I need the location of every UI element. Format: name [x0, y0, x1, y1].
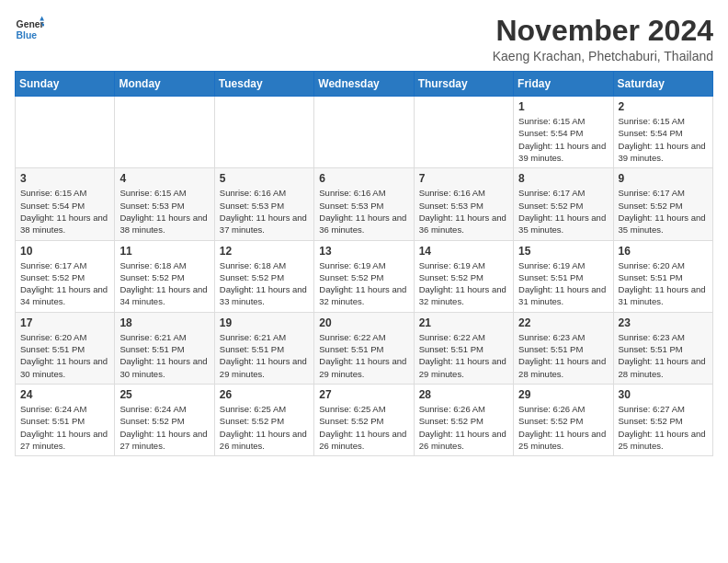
calendar-cell: 14Sunrise: 6:19 AM Sunset: 5:52 PM Dayli… [414, 240, 513, 312]
calendar-cell: 28Sunrise: 6:26 AM Sunset: 5:52 PM Dayli… [414, 384, 513, 455]
day-info: Sunrise: 6:17 AM Sunset: 5:52 PM Dayligh… [518, 187, 608, 236]
day-number: 27 [319, 388, 408, 401]
calendar-cell: 11Sunrise: 6:18 AM Sunset: 5:52 PM Dayli… [115, 240, 214, 312]
day-number: 13 [319, 245, 408, 258]
calendar-cell [16, 97, 115, 168]
day-info: Sunrise: 6:26 AM Sunset: 5:52 PM Dayligh… [419, 403, 508, 452]
day-info: Sunrise: 6:16 AM Sunset: 5:53 PM Dayligh… [220, 187, 309, 236]
day-number: 20 [319, 316, 408, 329]
calendar-cell: 19Sunrise: 6:21 AM Sunset: 5:51 PM Dayli… [214, 312, 313, 384]
calendar-cell: 3Sunrise: 6:15 AM Sunset: 5:54 PM Daylig… [16, 168, 115, 240]
day-number: 14 [419, 245, 508, 258]
calendar-cell [115, 97, 214, 168]
day-number: 25 [119, 388, 209, 401]
weekday-header: Friday [514, 72, 613, 97]
svg-marker-2 [40, 17, 44, 21]
page-title: November 2024 [493, 15, 713, 47]
calendar-cell: 22Sunrise: 6:23 AM Sunset: 5:51 PM Dayli… [514, 312, 613, 384]
day-info: Sunrise: 6:19 AM Sunset: 5:51 PM Dayligh… [518, 259, 608, 308]
calendar-cell: 8Sunrise: 6:17 AM Sunset: 5:52 PM Daylig… [514, 168, 613, 240]
calendar-cell: 23Sunrise: 6:23 AM Sunset: 5:51 PM Dayli… [613, 312, 712, 384]
day-info: Sunrise: 6:18 AM Sunset: 5:52 PM Dayligh… [220, 259, 309, 308]
day-info: Sunrise: 6:22 AM Sunset: 5:51 PM Dayligh… [419, 331, 508, 380]
page-header: General Blue November 2024 Kaeng Krachan… [15, 15, 713, 63]
calendar-cell: 12Sunrise: 6:18 AM Sunset: 5:52 PM Dayli… [214, 240, 313, 312]
day-number: 15 [518, 245, 608, 258]
svg-text:General: General [17, 19, 44, 29]
day-number: 9 [619, 172, 708, 185]
calendar-cell [314, 97, 414, 168]
calendar-header-row: SundayMondayTuesdayWednesdayThursdayFrid… [16, 72, 713, 97]
day-number: 30 [619, 388, 708, 401]
day-number: 7 [419, 172, 508, 185]
page-subtitle: Kaeng Krachan, Phetchaburi, Thailand [493, 49, 713, 63]
calendar-cell [414, 97, 513, 168]
calendar-cell: 6Sunrise: 6:16 AM Sunset: 5:53 PM Daylig… [314, 168, 414, 240]
calendar-cell: 16Sunrise: 6:20 AM Sunset: 5:51 PM Dayli… [613, 240, 712, 312]
day-info: Sunrise: 6:23 AM Sunset: 5:51 PM Dayligh… [619, 331, 708, 380]
day-info: Sunrise: 6:15 AM Sunset: 5:54 PM Dayligh… [20, 187, 109, 236]
day-number: 11 [119, 245, 209, 258]
calendar-cell: 1Sunrise: 6:15 AM Sunset: 5:54 PM Daylig… [514, 97, 613, 168]
weekday-header: Monday [115, 72, 214, 97]
day-info: Sunrise: 6:20 AM Sunset: 5:51 PM Dayligh… [20, 331, 109, 380]
day-info: Sunrise: 6:23 AM Sunset: 5:51 PM Dayligh… [518, 331, 608, 380]
calendar-table: SundayMondayTuesdayWednesdayThursdayFrid… [15, 71, 713, 456]
day-info: Sunrise: 6:21 AM Sunset: 5:51 PM Dayligh… [119, 331, 209, 380]
day-number: 24 [20, 388, 109, 401]
day-info: Sunrise: 6:19 AM Sunset: 5:52 PM Dayligh… [419, 259, 508, 308]
day-info: Sunrise: 6:20 AM Sunset: 5:51 PM Dayligh… [619, 259, 708, 308]
calendar-cell: 26Sunrise: 6:25 AM Sunset: 5:52 PM Dayli… [214, 384, 313, 455]
day-info: Sunrise: 6:17 AM Sunset: 5:52 PM Dayligh… [20, 259, 109, 308]
calendar-week-row: 24Sunrise: 6:24 AM Sunset: 5:51 PM Dayli… [16, 384, 713, 455]
calendar-cell: 21Sunrise: 6:22 AM Sunset: 5:51 PM Dayli… [414, 312, 513, 384]
day-number: 26 [220, 388, 309, 401]
calendar-cell: 25Sunrise: 6:24 AM Sunset: 5:52 PM Dayli… [115, 384, 214, 455]
calendar-cell: 7Sunrise: 6:16 AM Sunset: 5:53 PM Daylig… [414, 168, 513, 240]
day-number: 10 [20, 245, 109, 258]
day-info: Sunrise: 6:22 AM Sunset: 5:51 PM Dayligh… [319, 331, 408, 380]
day-info: Sunrise: 6:16 AM Sunset: 5:53 PM Dayligh… [319, 187, 408, 236]
weekday-header: Sunday [16, 72, 115, 97]
day-info: Sunrise: 6:15 AM Sunset: 5:53 PM Dayligh… [119, 187, 209, 236]
weekday-header: Saturday [613, 72, 712, 97]
calendar-cell: 18Sunrise: 6:21 AM Sunset: 5:51 PM Dayli… [115, 312, 214, 384]
calendar-cell: 15Sunrise: 6:19 AM Sunset: 5:51 PM Dayli… [514, 240, 613, 312]
calendar-week-row: 17Sunrise: 6:20 AM Sunset: 5:51 PM Dayli… [16, 312, 713, 384]
day-info: Sunrise: 6:17 AM Sunset: 5:52 PM Dayligh… [619, 187, 708, 236]
calendar-cell: 20Sunrise: 6:22 AM Sunset: 5:51 PM Dayli… [314, 312, 414, 384]
day-number: 21 [419, 316, 508, 329]
weekday-header: Tuesday [214, 72, 313, 97]
day-number: 28 [419, 388, 508, 401]
day-number: 4 [119, 172, 209, 185]
day-info: Sunrise: 6:24 AM Sunset: 5:51 PM Dayligh… [20, 403, 109, 452]
day-info: Sunrise: 6:25 AM Sunset: 5:52 PM Dayligh… [220, 403, 309, 452]
calendar-cell: 27Sunrise: 6:25 AM Sunset: 5:52 PM Dayli… [314, 384, 414, 455]
calendar-cell: 17Sunrise: 6:20 AM Sunset: 5:51 PM Dayli… [16, 312, 115, 384]
calendar-cell: 30Sunrise: 6:27 AM Sunset: 5:52 PM Dayli… [613, 384, 712, 455]
calendar-cell: 29Sunrise: 6:26 AM Sunset: 5:52 PM Dayli… [514, 384, 613, 455]
day-info: Sunrise: 6:15 AM Sunset: 5:54 PM Dayligh… [518, 115, 608, 164]
day-info: Sunrise: 6:25 AM Sunset: 5:52 PM Dayligh… [319, 403, 408, 452]
day-number: 17 [20, 316, 109, 329]
logo-icon: General Blue [15, 15, 44, 44]
calendar-week-row: 3Sunrise: 6:15 AM Sunset: 5:54 PM Daylig… [16, 168, 713, 240]
calendar-cell: 10Sunrise: 6:17 AM Sunset: 5:52 PM Dayli… [16, 240, 115, 312]
day-number: 6 [319, 172, 408, 185]
calendar-cell: 5Sunrise: 6:16 AM Sunset: 5:53 PM Daylig… [214, 168, 313, 240]
day-info: Sunrise: 6:24 AM Sunset: 5:52 PM Dayligh… [119, 403, 209, 452]
day-info: Sunrise: 6:19 AM Sunset: 5:52 PM Dayligh… [319, 259, 408, 308]
day-number: 3 [20, 172, 109, 185]
logo: General Blue [15, 15, 44, 44]
day-info: Sunrise: 6:15 AM Sunset: 5:54 PM Dayligh… [619, 115, 708, 164]
day-number: 29 [518, 388, 608, 401]
title-area: November 2024 Kaeng Krachan, Phetchaburi… [493, 15, 713, 63]
day-number: 8 [518, 172, 608, 185]
day-number: 1 [518, 100, 608, 113]
day-info: Sunrise: 6:26 AM Sunset: 5:52 PM Dayligh… [518, 403, 608, 452]
weekday-header: Wednesday [314, 72, 414, 97]
day-info: Sunrise: 6:18 AM Sunset: 5:52 PM Dayligh… [119, 259, 209, 308]
calendar-cell: 2Sunrise: 6:15 AM Sunset: 5:54 PM Daylig… [613, 97, 712, 168]
day-number: 2 [619, 100, 708, 113]
svg-text:Blue: Blue [17, 30, 38, 40]
